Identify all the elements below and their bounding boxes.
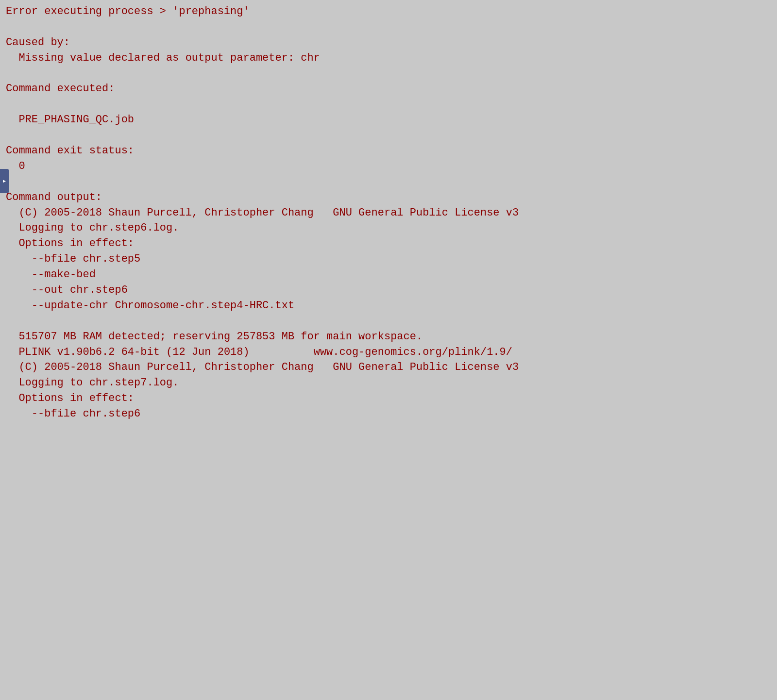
command-output-label: Command output: [6,190,771,205]
out-step6: --out chr.step6 [6,283,771,298]
options-in-effect2: Options in effect: [6,391,771,406]
logging-step7: Logging to chr.step7.log. [6,375,771,391]
command-executed-label: Command executed: [6,81,771,97]
blank-line-1 [6,19,771,35]
blank-line-8 [6,128,771,143]
plink-version: PLINK v1.90b6.2 64-bit (12 Jun 2018) www… [6,345,771,360]
bfile-step6: --bfile chr.step6 [6,406,771,422]
blank-line-20 [6,314,771,329]
error-line: Error executing process > 'prephasing' [6,4,771,19]
blank-line-6 [6,97,771,112]
caused-by-detail: Missing value declared as output paramet… [6,50,771,66]
options-in-effect1: Options in effect: [6,236,771,251]
blank-line-4 [6,66,771,82]
make-bed: --make-bed [6,267,771,283]
caused-by-label: Caused by: [6,35,771,50]
bfile-step5: --bfile chr.step5 [6,251,771,267]
blank-line-11 [6,174,771,190]
command-exit-label: Command exit status: [6,143,771,159]
command-exit-value: 0 [6,159,771,174]
plink-copyright1: (C) 2005-2018 Shaun Purcell, Christopher… [6,205,771,221]
update-chr: --update-chr Chromosome-chr.step4-HRC.tx… [6,298,771,314]
sidebar-toggle[interactable] [0,169,9,193]
ram-detected: 515707 MB RAM detected; reserving 257853… [6,329,771,345]
logging-step6: Logging to chr.step6.log. [6,220,771,236]
plink-copyright2: (C) 2005-2018 Shaun Purcell, Christopher… [6,360,771,375]
terminal-output: Error executing process > 'prephasing'Ca… [6,4,771,422]
terminal-container: Error executing process > 'prephasing'Ca… [0,0,777,426]
command-executed-value: PRE_PHASING_QC.job [6,112,771,128]
